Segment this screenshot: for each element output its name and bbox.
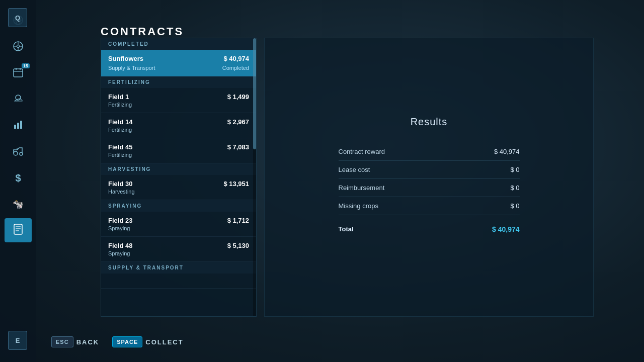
results-value-reimbursement: $ 0 [510, 184, 519, 192]
contract-name-field14: Field 14 [108, 118, 132, 126]
section-header-spraying: SPRAYING [101, 200, 256, 212]
contract-type-field1: Fertilizing [108, 102, 249, 108]
contract-status-sunflowers: Completed [222, 65, 249, 71]
section-header-fertilizing: FERTILIZING [101, 76, 256, 88]
sidebar-item-stats[interactable] [5, 114, 32, 138]
contracts-panel: COMPLETED Sunflowers $ 40,974 Supply & T… [101, 38, 257, 317]
contract-name-field23: Field 23 [108, 217, 132, 224]
esc-key-badge: ESC [51, 336, 73, 347]
dollar-icon: $ [15, 172, 21, 184]
back-label: BACK [76, 338, 100, 346]
contract-item-field14[interactable]: Field 14 $ 2,967 Fertilizing [101, 113, 256, 138]
e-button-container: E [8, 331, 27, 350]
results-label-reimbursement: Reimbursement [339, 184, 385, 192]
weather-icon [13, 93, 24, 107]
svg-point-4 [17, 45, 20, 47]
sidebar-item-animal[interactable]: 🐄 [5, 192, 32, 216]
contract-reward-field45: $ 7,083 [227, 143, 249, 151]
svg-point-17 [14, 151, 18, 155]
collect-label: COLLECT [145, 338, 183, 346]
sidebar-item-tractor[interactable] [5, 140, 32, 164]
contract-type-field45: Fertilizing [108, 152, 249, 158]
results-value-missing-crops: $ 0 [510, 202, 519, 210]
svg-rect-9 [14, 69, 23, 77]
contract-reward-sunflowers: $ 40,974 [223, 55, 249, 62]
results-label-contract-reward: Contract reward [339, 148, 385, 155]
results-row-missing-crops: Missing crops $ 0 [339, 197, 520, 215]
contract-reward-field1: $ 1,499 [227, 93, 249, 101]
results-row-contract-reward: Contract reward $ 40,974 [339, 143, 520, 161]
steering-icon [13, 41, 24, 54]
page-title: CONTRACTS [101, 25, 184, 38]
contract-type-field14: Fertilizing [108, 127, 249, 133]
bottom-bar: ESC BACK SPACE COLLECT [36, 322, 644, 362]
svg-rect-16 [20, 121, 22, 129]
contract-item-field23[interactable]: Field 23 $ 1,712 Spraying [101, 212, 256, 237]
svg-rect-20 [14, 224, 22, 234]
results-row-lease-cost: Lease cost $ 0 [339, 161, 520, 179]
contract-name-sunflowers: Sunflowers [108, 55, 143, 62]
contract-item-supply-placeholder[interactable] [101, 274, 256, 289]
svg-rect-14 [14, 125, 16, 129]
results-value-contract-reward: $ 40,974 [494, 148, 520, 155]
contract-name-field45: Field 45 [108, 143, 132, 151]
sidebar-item-steering[interactable] [5, 35, 32, 59]
svg-point-13 [16, 95, 21, 100]
svg-rect-15 [17, 123, 19, 129]
space-key-badge[interactable]: SPACE [112, 336, 142, 347]
results-row-reimbursement: Reimbursement $ 0 [339, 179, 520, 197]
results-panel: Results Contract reward $ 40,974 Lease c… [264, 38, 594, 317]
sidebar-item-dollar[interactable]: $ [5, 166, 32, 190]
results-label-lease-cost: Lease cost [339, 166, 370, 173]
contract-reward-field48: $ 5,130 [227, 242, 249, 249]
animal-icon: 🐄 [13, 199, 24, 210]
sidebar-item-weather[interactable] [5, 87, 32, 112]
svg-point-18 [20, 152, 23, 155]
collect-button-group[interactable]: SPACE COLLECT [112, 336, 183, 347]
results-label-total: Total [339, 225, 354, 233]
contract-type-field23: Spraying [108, 225, 249, 231]
stats-icon [13, 120, 23, 132]
q-key-label: Q [15, 14, 20, 22]
calendar-icon [13, 67, 23, 80]
results-value-lease-cost: $ 0 [510, 166, 519, 173]
sidebar-item-calendar[interactable]: 15 [5, 61, 32, 85]
contract-reward-field23: $ 1,712 [227, 217, 249, 224]
results-table: Contract reward $ 40,974 Lease cost $ 0 … [339, 143, 520, 238]
contract-item-field48[interactable]: Field 48 $ 5,130 Spraying [101, 237, 256, 262]
e-button[interactable]: E [8, 331, 27, 350]
contract-item-sunflowers[interactable]: Sunflowers $ 40,974 Supply & Transport C… [101, 50, 256, 76]
back-button-group[interactable]: ESC BACK [51, 336, 99, 347]
contract-type-field48: Spraying [108, 250, 249, 256]
contracts-icon [13, 224, 23, 237]
calendar-badge: 15 [22, 63, 30, 68]
tractor-icon [12, 146, 24, 158]
scroll-indicator [253, 38, 256, 316]
contract-type-field30: Harvesting [108, 189, 249, 195]
section-header-harvesting: HARVESTING [101, 163, 256, 175]
scroll-thumb [253, 38, 256, 149]
e-key-label: E [16, 337, 20, 344]
sidebar-item-contracts[interactable] [5, 218, 32, 242]
contract-name-field30: Field 30 [108, 180, 132, 188]
results-title: Results [411, 116, 448, 128]
contracts-list[interactable]: COMPLETED Sunflowers $ 40,974 Supply & T… [101, 38, 256, 316]
contract-type-sunflowers: Supply & Transport [108, 65, 155, 71]
contract-name-field1: Field 1 [108, 93, 129, 101]
contract-reward-field30: $ 13,951 [223, 180, 249, 188]
contract-item-field45[interactable]: Field 45 $ 7,083 Fertilizing [101, 138, 256, 163]
contract-reward-field14: $ 2,967 [227, 118, 249, 126]
contract-item-field30[interactable]: Field 30 $ 13,951 Harvesting [101, 175, 256, 200]
page-title-container: CONTRACTS [101, 25, 184, 48]
results-row-total: Total $ 40,974 [339, 218, 520, 238]
contract-name-field48: Field 48 [108, 242, 132, 249]
contract-item-field1[interactable]: Field 1 $ 1,499 Fertilizing [101, 88, 256, 113]
section-header-supply-transport: SUPPLY & TRANSPORT [101, 262, 256, 274]
results-label-missing-crops: Missing crops [339, 202, 378, 210]
q-button[interactable]: Q [8, 8, 27, 27]
results-value-total: $ 40,974 [492, 225, 520, 233]
sidebar: 15 $ 🐄 [0, 0, 36, 362]
